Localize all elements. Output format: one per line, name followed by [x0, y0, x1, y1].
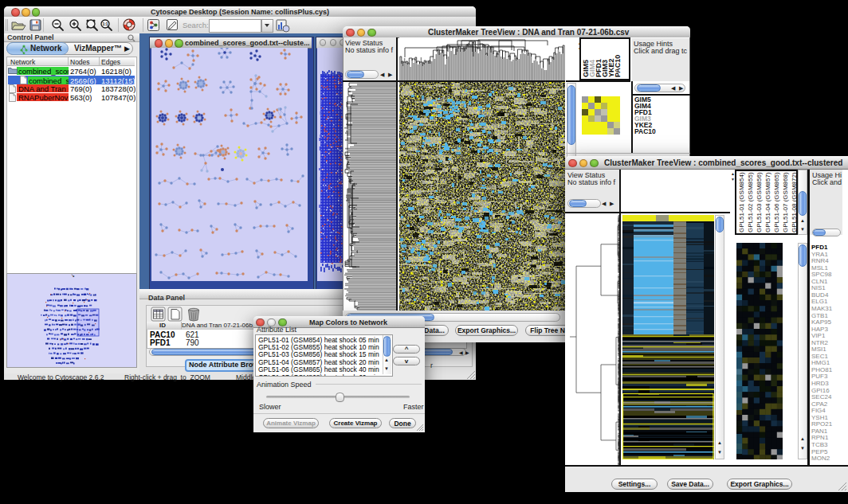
svg-text:1:1: 1:1: [102, 21, 108, 26]
